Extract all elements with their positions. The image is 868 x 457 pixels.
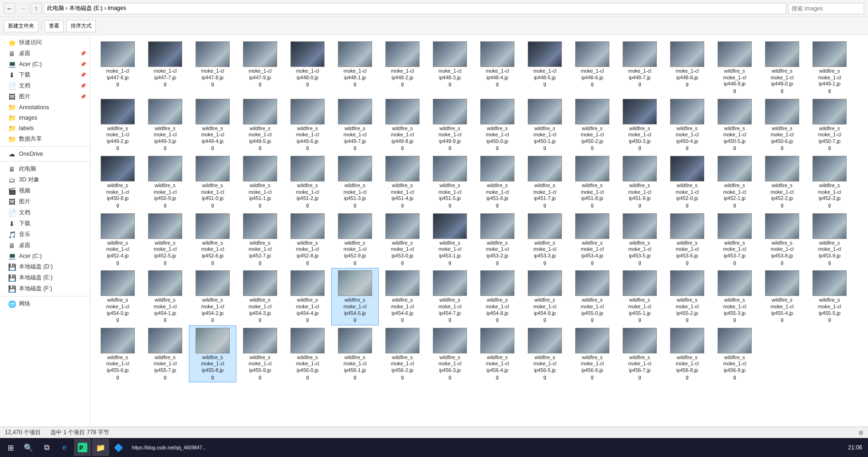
- file-item[interactable]: wildfire_smoke_1-clip451-4.jpg: [379, 153, 426, 211]
- file-item[interactable]: wildfire_smoke_1-clip455-6.jpg: [94, 325, 141, 383]
- sidebar-item-diskE[interactable]: 💾 本地磁盘 (E:): [0, 272, 90, 283]
- file-item[interactable]: wildfire_smoke_1-clip455-7.jpg: [141, 325, 189, 383]
- sidebar-item-music[interactable]: 🎵 音乐: [0, 229, 90, 240]
- file-item[interactable]: moke_1-clip448-8.jpg: [663, 39, 711, 96]
- start-btn[interactable]: ⊞: [2, 439, 19, 456]
- sidebar-item-acerC[interactable]: 💻 Acer (C:): [0, 251, 90, 261]
- file-item[interactable]: wildfire_smoke_1-clip453-1.jpg: [426, 211, 474, 268]
- sidebar-item-3d[interactable]: 🗂 3D 对象: [0, 174, 90, 185]
- file-item[interactable]: wildfire_smoke_1-clip452-7.jpg: [236, 211, 284, 268]
- file-item[interactable]: wildfire_smoke_1-clip454-3.jpg: [236, 268, 284, 325]
- file-item[interactable]: wildfire_smoke_1-clip451-0.jpg: [189, 153, 236, 211]
- file-item[interactable]: wildfire_smoke_1-clip449-0.jpg: [758, 39, 806, 96]
- file-item[interactable]: wildfire_smoke_1-clip451-7.jpg: [521, 153, 569, 211]
- sidebar-item-diskF[interactable]: 💾 本地磁盘 (F:): [0, 283, 90, 294]
- file-item[interactable]: wildfire_smoke_1-clip450-9.jpg: [141, 153, 189, 211]
- file-item[interactable]: moke_1-clip447-6.jpg: [94, 39, 141, 96]
- file-item[interactable]: wildfire_smoke_1-clip452-1.jpg: [711, 153, 758, 211]
- up-btn[interactable]: ↑: [30, 3, 42, 14]
- edge-btn[interactable]: e: [56, 439, 73, 456]
- forward-btn[interactable]: →: [17, 3, 28, 14]
- sidebar-item-labels[interactable]: 📁 labels: [0, 123, 90, 133]
- file-item[interactable]: wildfire_smoke_1-clip452-4.jpg: [94, 211, 141, 268]
- file-item[interactable]: wildfire_smoke_1-clip452-8.jpg: [284, 211, 331, 268]
- explorer-btn[interactable]: 📁: [92, 439, 109, 456]
- file-item[interactable]: moke_1-clip448-5.jpg: [521, 39, 569, 96]
- file-item[interactable]: wildfire_smoke_1-clip456-9.jpg: [711, 325, 758, 383]
- file-item[interactable]: wildfire_smoke_1-clip449-1.jpg: [806, 39, 853, 96]
- file-item[interactable]: wildfire_smoke_1-clip452-0.jpg: [663, 153, 711, 211]
- file-item[interactable]: wildfire_smoke_1-clip453-5.jpg: [616, 211, 663, 268]
- file-item[interactable]: moke_1-clip448-4.jpg: [474, 39, 521, 96]
- file-item[interactable]: wildfire_smoke_1-clip448-9.jpg: [711, 39, 758, 96]
- file-item[interactable]: wildfire_smoke_1-clip456-7.jpg: [616, 325, 663, 383]
- file-item[interactable]: wildfire_smoke_1-clip454-5.jpg: [331, 268, 379, 325]
- file-item[interactable]: wildfire_smoke_1-clip454-6.jpg: [379, 268, 426, 325]
- task-view-btn[interactable]: ⧉: [38, 439, 55, 456]
- search-btn[interactable]: 🔍: [20, 439, 37, 456]
- search-input[interactable]: [788, 3, 864, 14]
- file-item[interactable]: wildfire_smoke_1-clip454-9.jpg: [521, 268, 569, 325]
- file-item[interactable]: wildfire_smoke_1-clip455-2.jpg: [663, 268, 711, 325]
- sidebar-item-downloads2[interactable]: ⬇ 下载: [0, 218, 90, 229]
- file-item[interactable]: wildfire_smoke_1-clip453-9.jpg: [806, 211, 853, 268]
- file-item[interactable]: wildfire_smoke_1-clip450-8.jpg: [94, 153, 141, 211]
- file-item[interactable]: wildfire_smoke_1-clip454-8.jpg: [474, 268, 521, 325]
- file-item[interactable]: wildfire_smoke_1-clip455-9.jpg: [236, 325, 284, 383]
- file-area[interactable]: moke_1-clip447-6.jpg moke_1-clip447-7.jp…: [90, 35, 868, 427]
- file-item[interactable]: wildfire_smoke_1-clip455-3.jpg: [711, 268, 758, 325]
- file-item[interactable]: wildfire_smoke_1-clip451-6.jpg: [474, 153, 521, 211]
- file-item[interactable]: wildfire_smoke_1-clip451-9.jpg: [616, 153, 663, 211]
- file-item[interactable]: wildfire_smoke_1-clip452-6.jpg: [189, 211, 236, 268]
- file-item[interactable]: wildfire_smoke_1-clip453-3.jpg: [521, 211, 569, 268]
- sidebar-section-quickaccess[interactable]: ⭐ 快速访问: [0, 37, 90, 48]
- file-item[interactable]: wildfire_smoke_1-clip449-6.jpg: [284, 96, 331, 154]
- sidebar-item-onedrive[interactable]: ☁ OneDrive: [0, 149, 90, 159]
- file-item[interactable]: wildfire_smoke_1-clip452-2.jpg: [758, 153, 806, 211]
- file-item[interactable]: wildfire_smoke_1-clip449-5.jpg: [236, 96, 284, 154]
- view-btn[interactable]: 查看: [45, 20, 64, 32]
- file-item[interactable]: moke_1-clip448-2.jpg: [379, 39, 426, 96]
- new-folder-btn[interactable]: 新建文件夹: [4, 20, 38, 32]
- file-item[interactable]: wildfire_smoke_1-clip456-0.jpg: [284, 325, 331, 383]
- file-item[interactable]: wildfire_smoke_1-clip455-1.jpg: [616, 268, 663, 325]
- file-item[interactable]: wildfire_smoke_1-clip456-2.jpg: [379, 325, 426, 383]
- file-item[interactable]: wildfire_smoke_1-clip455-0.jpg: [569, 268, 616, 325]
- file-item[interactable]: wildfire_smoke_1-clip450-6.jpg: [758, 96, 806, 154]
- sidebar-item-desktop1[interactable]: 🖥 桌面 📌: [0, 48, 90, 59]
- file-item[interactable]: wildfire_smoke_1-clip451-8.jpg: [569, 153, 616, 211]
- file-item[interactable]: moke_1-clip447-7.jpg: [141, 39, 189, 96]
- file-item[interactable]: moke_1-clip448-3.jpg: [426, 39, 474, 96]
- file-item[interactable]: wildfire_smoke_1-clip454-2.jpg: [189, 268, 236, 325]
- file-item[interactable]: wildfire_smoke_1-clip451-3.jpg: [331, 153, 379, 211]
- file-item[interactable]: wildfire_smoke_1-clip456-8.jpg: [663, 325, 711, 383]
- sidebar-item-docs1[interactable]: 📄 文档 📌: [0, 80, 90, 91]
- file-item[interactable]: moke_1-clip448-0.jpg: [284, 39, 331, 96]
- sidebar-item-pics1[interactable]: 🖼 图片 📌: [0, 91, 90, 102]
- sidebar-item-thispc[interactable]: 🖥 此电脑: [0, 163, 90, 174]
- sidebar-item-video[interactable]: 🎬 视频: [0, 185, 90, 196]
- sidebar-item-pics2[interactable]: 🖼 图片: [0, 196, 90, 207]
- file-item[interactable]: wildfire_smoke_1-clip449-2.jpg: [94, 96, 141, 154]
- sidebar-item-diskD[interactable]: 💾 本地磁盘 (D:): [0, 261, 90, 272]
- file-item[interactable]: wildfire_smoke_1-clip454-0.jpg: [94, 268, 141, 325]
- file-item[interactable]: wildfire_smoke_1-clip449-3.jpg: [141, 96, 189, 154]
- file-item[interactable]: wildfire_smoke_1-clip453-0.jpg: [379, 211, 426, 268]
- file-item[interactable]: wildfire_smoke_1-clip449-4.jpg: [189, 96, 236, 154]
- file-item[interactable]: moke_1-clip447-8.jpg: [189, 39, 236, 96]
- sidebar-item-datashare[interactable]: 📁 数据共享: [0, 133, 90, 144]
- sidebar-item-images[interactable]: 📁 images: [0, 113, 90, 123]
- file-item[interactable]: wildfire_smoke_1-clip455-5.jpg: [806, 268, 853, 325]
- sidebar-item-acer[interactable]: 💻 Acer (C:) 📌: [0, 59, 90, 69]
- file-item[interactable]: wildfire_smoke_1-clip450-1.jpg: [521, 96, 569, 154]
- file-item[interactable]: wildfire_smoke_1-clip452-5.jpg: [141, 211, 189, 268]
- file-item[interactable]: wildfire_smoke_1-clip454-7.jpg: [426, 268, 474, 325]
- file-item[interactable]: wildfire_smoke_1-clip451-1.jpg: [236, 153, 284, 211]
- file-item[interactable]: wildfire_smoke_1-clip456-5.jpg: [521, 325, 569, 383]
- sidebar-item-downloads1[interactable]: ⬇ 下载 📌: [0, 69, 90, 80]
- file-item[interactable]: wildfire_smoke_1-clip456-4.jpg: [474, 325, 521, 383]
- file-item[interactable]: wildfire_smoke_1-clip449-8.jpg: [379, 96, 426, 154]
- file-item[interactable]: moke_1-clip447-9.jpg: [236, 39, 284, 96]
- file-item[interactable]: moke_1-clip448-7.jpg: [616, 39, 663, 96]
- file-item[interactable]: wildfire_smoke_1-clip453-7.jpg: [711, 211, 758, 268]
